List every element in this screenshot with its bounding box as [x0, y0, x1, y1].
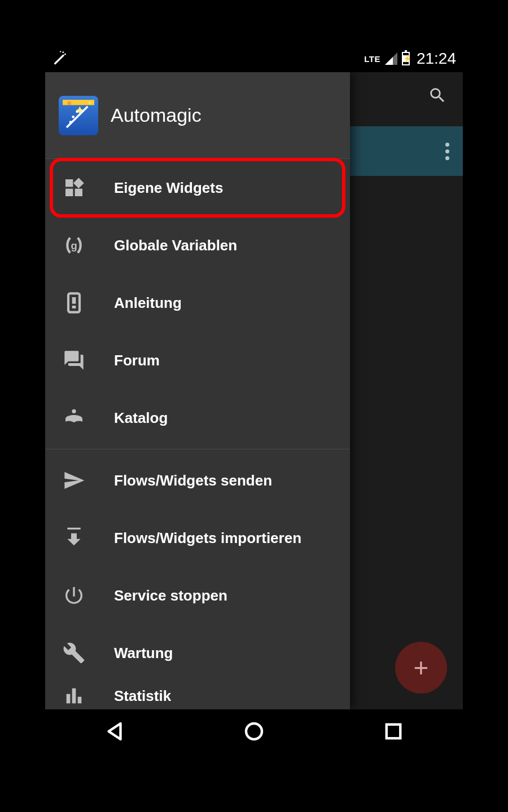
- drawer-item-catalog[interactable]: Katalog: [45, 389, 350, 447]
- drawer-item-own-widgets[interactable]: Eigene Widgets: [45, 159, 350, 217]
- network-type-indicator: LTE: [364, 54, 380, 64]
- svg-point-0: [62, 51, 64, 53]
- manual-icon: [62, 292, 86, 314]
- svg-point-1: [64, 54, 66, 55]
- drawer-header: Automagic: [45, 72, 350, 159]
- variables-icon: g: [62, 234, 86, 257]
- send-icon: [62, 469, 86, 492]
- svg-rect-14: [72, 297, 76, 304]
- svg-rect-19: [78, 697, 82, 704]
- drawer-item-import[interactable]: Flows/Widgets importieren: [45, 509, 350, 567]
- widgets-icon: [62, 176, 86, 199]
- svg-point-4: [67, 101, 71, 105]
- stats-icon: [62, 685, 86, 707]
- svg-rect-10: [75, 189, 82, 196]
- wrench-icon: [62, 642, 86, 664]
- drawer-item-label: Service stoppen: [114, 587, 227, 604]
- drawer-item-label: Forum: [114, 352, 160, 369]
- recents-button[interactable]: [382, 720, 405, 745]
- drawer-item-send[interactable]: Flows/Widgets senden: [45, 452, 350, 509]
- drawer-item-label: Eigene Widgets: [114, 179, 223, 197]
- plus-icon: +: [414, 655, 429, 681]
- drawer-item-manual[interactable]: Anleitung: [45, 274, 350, 332]
- app-body: + Automagic: [45, 72, 463, 709]
- drawer-item-global-vars[interactable]: g Globale Variablen: [45, 217, 350, 274]
- svg-point-7: [69, 121, 72, 123]
- svg-rect-8: [65, 179, 73, 187]
- status-bar: LTE ⚡ 21:24: [45, 45, 463, 72]
- android-nav-bar: [45, 709, 463, 756]
- svg-point-2: [60, 51, 61, 52]
- drawer-item-stop-service[interactable]: Service stoppen: [45, 567, 350, 624]
- app-icon: [59, 96, 98, 135]
- battery-charging-icon: ⚡: [402, 52, 410, 65]
- drawer-item-label: Statistik: [114, 687, 171, 705]
- drawer-item-label: Flows/Widgets senden: [114, 472, 272, 489]
- phone-frame: LTE ⚡ 21:24 +: [45, 45, 463, 756]
- drawer-item-forum[interactable]: Forum: [45, 332, 350, 389]
- overflow-menu-icon[interactable]: [445, 143, 449, 160]
- home-button[interactable]: [242, 720, 266, 745]
- clock: 21:24: [417, 50, 456, 68]
- drawer-item-label: Anleitung: [114, 294, 182, 312]
- power-icon: [62, 584, 86, 607]
- app-title: Automagic: [111, 104, 202, 126]
- drawer-divider: [45, 449, 350, 449]
- drawer-list: Eigene Widgets g Globale Variablen Anlei…: [45, 159, 350, 709]
- svg-rect-15: [72, 306, 76, 308]
- automagic-status-icon: [52, 50, 68, 68]
- svg-rect-21: [386, 725, 400, 739]
- add-fab[interactable]: +: [395, 642, 447, 694]
- drawer-item-maintenance[interactable]: Wartung: [45, 624, 350, 682]
- svg-point-20: [246, 723, 262, 739]
- import-icon: [62, 527, 86, 549]
- search-button[interactable]: [428, 86, 447, 107]
- drawer-item-stats[interactable]: Statistik: [45, 682, 350, 709]
- signal-strength-icon: [385, 52, 397, 65]
- drawer-item-label: Globale Variablen: [114, 237, 237, 254]
- navigation-drawer: Automagic Eigene Widgets g Globale Varia…: [45, 72, 350, 709]
- svg-point-5: [72, 116, 75, 118]
- forum-icon: [62, 349, 86, 372]
- svg-rect-18: [72, 689, 76, 704]
- svg-rect-17: [67, 694, 71, 704]
- svg-point-16: [72, 409, 76, 413]
- svg-rect-9: [65, 189, 73, 196]
- svg-rect-11: [73, 178, 84, 188]
- svg-text:g: g: [71, 240, 77, 251]
- back-button[interactable]: [103, 720, 126, 745]
- drawer-item-label: Katalog: [114, 409, 168, 427]
- drawer-item-label: Flows/Widgets importieren: [114, 529, 301, 547]
- drawer-item-label: Wartung: [114, 645, 173, 662]
- catalog-icon: [62, 407, 86, 429]
